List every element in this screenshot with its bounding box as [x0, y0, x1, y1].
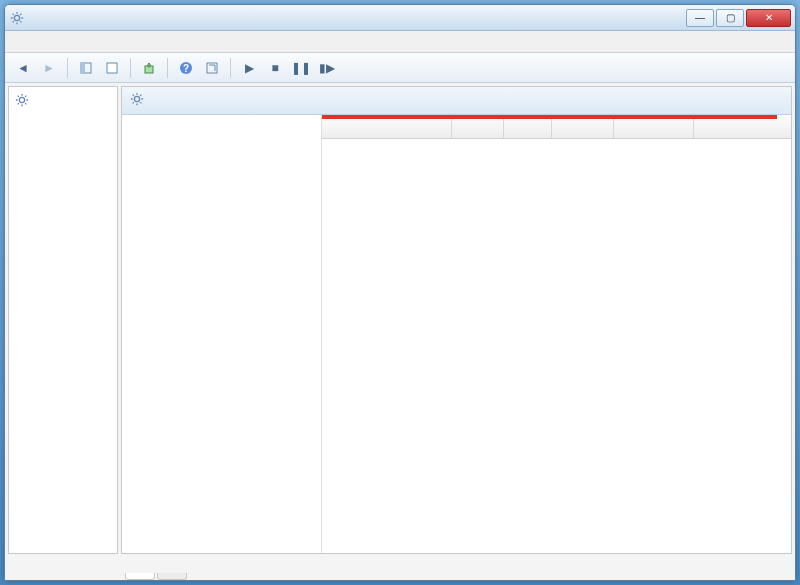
tabbar: [5, 556, 795, 580]
list-header: [322, 115, 791, 139]
toolbar: ◄ ► ? ▶ ■ ❚❚ ▮▶: [5, 53, 795, 83]
svg-point-9: [134, 96, 139, 101]
col-header-startup[interactable]: [552, 115, 614, 138]
menu-view[interactable]: [41, 40, 57, 44]
tree-pane: [8, 86, 118, 554]
col-header-logon[interactable]: [614, 115, 694, 138]
forward-button[interactable]: ►: [37, 56, 61, 80]
list-pane: [322, 115, 791, 553]
titlebar[interactable]: — ▢ ✕: [5, 5, 795, 31]
detail-pane: [122, 115, 322, 553]
svg-rect-2: [81, 63, 85, 73]
start-button[interactable]: ▶: [237, 56, 261, 80]
export-button[interactable]: [137, 56, 161, 80]
svg-point-8: [19, 97, 24, 102]
gear-icon: [130, 92, 144, 109]
properties-button[interactable]: [100, 56, 124, 80]
right-pane-header: [122, 87, 791, 115]
back-button[interactable]: ◄: [11, 56, 35, 80]
restart-button[interactable]: ▮▶: [315, 56, 339, 80]
svg-point-0: [14, 15, 19, 20]
show-hide-tree-button[interactable]: [74, 56, 98, 80]
menubar: [5, 31, 795, 53]
tab-extended[interactable]: [125, 573, 155, 580]
refresh-button[interactable]: [200, 56, 224, 80]
pause-button[interactable]: ❚❚: [289, 56, 313, 80]
menu-help[interactable]: [57, 40, 73, 44]
services-window: — ▢ ✕ ◄ ► ? ▶ ■ ❚❚ ▮▶: [4, 4, 796, 581]
right-pane: [121, 86, 792, 554]
col-header-status[interactable]: [504, 115, 552, 138]
stop-button[interactable]: ■: [263, 56, 287, 80]
menu-action[interactable]: [25, 40, 41, 44]
tab-standard[interactable]: [157, 573, 187, 580]
menu-file[interactable]: [9, 40, 25, 44]
tree-root-item[interactable]: [13, 91, 113, 112]
help-button[interactable]: ?: [174, 56, 198, 80]
gear-icon: [15, 93, 29, 110]
list-body[interactable]: [322, 139, 791, 553]
minimize-button[interactable]: —: [686, 9, 714, 27]
close-button[interactable]: ✕: [746, 9, 791, 27]
col-header-desc[interactable]: [452, 115, 504, 138]
col-header-name[interactable]: [322, 115, 452, 138]
maximize-button[interactable]: ▢: [716, 9, 744, 27]
svg-rect-3: [107, 63, 117, 73]
svg-text:?: ?: [183, 63, 189, 74]
app-gear-icon: [9, 10, 25, 26]
